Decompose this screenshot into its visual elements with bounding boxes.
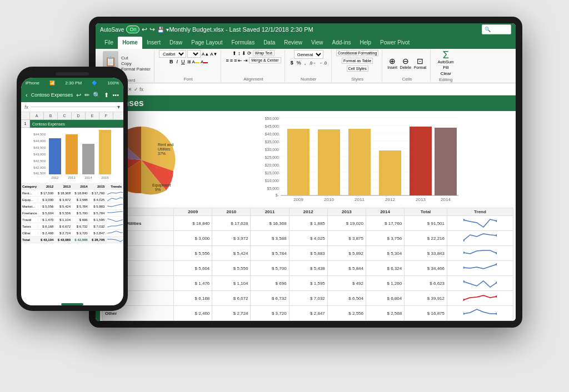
percent-button[interactable]: % — [296, 60, 302, 66]
svg-point-18 — [496, 263, 497, 265]
phone-search-button[interactable]: 🔍 — [93, 92, 101, 99]
tab-view[interactable]: View — [307, 37, 328, 49]
phone-undo-button[interactable]: ↩ — [76, 92, 81, 99]
cell-2013-rent: $ 19,020 — [327, 216, 366, 231]
font-family-select[interactable]: Calibri — [159, 50, 186, 58]
format-painter-button[interactable]: Format Painter — [121, 67, 151, 72]
phone-header-2012: 2012 — [38, 185, 56, 188]
autosave-toggle[interactable]: On — [126, 26, 139, 33]
search-box[interactable]: 🔍 Search — [482, 24, 511, 34]
charts-row: Categories — [100, 111, 516, 207]
insert-button[interactable]: ⊕ Insert — [387, 56, 398, 70]
phone-status-bar: iPhone 📶 2:30 PM 🔷 100% — [21, 78, 123, 88]
clear-button[interactable]: Clear — [441, 71, 451, 76]
align-left-button[interactable]: ≡ — [226, 58, 228, 63]
cell-2011-marketing: $ 6,732 — [251, 291, 289, 306]
cell-total-food: $ 22,216 — [405, 231, 447, 246]
y-label-5: $30,000 — [265, 148, 279, 152]
tab-power-pivot[interactable]: Power Pivot — [376, 37, 414, 49]
align-top-button[interactable]: ⬆ — [232, 51, 237, 56]
svg-point-24 — [496, 313, 497, 315]
bold-button[interactable]: B — [168, 59, 174, 64]
align-middle-button[interactable]: ↕ — [238, 51, 241, 56]
phone-share-button[interactable]: ⬆ — [104, 92, 109, 99]
italic-button[interactable]: I — [176, 59, 179, 64]
search-label: Search — [492, 27, 508, 32]
wrap-text-button[interactable]: Wrap Text — [253, 50, 274, 56]
tab-review[interactable]: Review — [279, 37, 307, 49]
delete-button[interactable]: ⊖ Delete — [400, 56, 412, 70]
tablet-screen: AutoSave On ↩ ↪ 💾 ▾ Monthly Budget.xlsx … — [96, 23, 516, 321]
increase-font-icon[interactable]: A▲ — [202, 52, 209, 57]
y-label-11: $- — [276, 193, 279, 197]
format-button[interactable]: ⊡ Format — [413, 56, 427, 70]
phone-back-button[interactable]: ‹ — [26, 92, 28, 98]
tab-draw[interactable]: Draw — [165, 37, 187, 49]
tab-insert[interactable]: Insert — [142, 37, 165, 49]
font-color-icon[interactable]: A — [201, 59, 208, 64]
undo-icon[interactable]: ↩ — [142, 26, 147, 33]
phone-formula-input[interactable] — [31, 107, 117, 107]
bar-2012 — [379, 150, 401, 195]
cell-styles-button[interactable]: Cell Styles — [347, 66, 368, 72]
decrease-indent-button[interactable]: ⇤ — [238, 58, 242, 63]
border-button[interactable]: ⊞ — [187, 59, 191, 64]
number-format-select[interactable]: General — [294, 50, 323, 59]
copy-button[interactable]: Copy — [121, 61, 151, 66]
formula-input[interactable] — [146, 86, 513, 93]
autosum-icon: Σ — [443, 50, 449, 60]
cut-button[interactable]: Cut — [121, 56, 151, 61]
tab-file[interactable]: File — [100, 37, 118, 49]
decrease-decimal-button[interactable]: ←.0 — [318, 61, 328, 65]
cell-2011-rent: $ 16,368 — [251, 216, 289, 231]
editing-content: Σ AutoSum Fill Clear — [438, 50, 454, 76]
autosum-button[interactable]: Σ AutoSum — [438, 50, 454, 64]
ribbon-controls-right: 🔍 Search — [482, 24, 511, 34]
align-bottom-button[interactable]: ⬇ — [242, 51, 246, 56]
phone-list-item: Freelance $ 5,604 $ 5,556 $ 5,700 $ 5,78… — [21, 210, 123, 217]
orientation-button[interactable]: ⟳ — [247, 51, 252, 56]
phone-bar-2013 — [66, 134, 78, 174]
decrease-font-icon[interactable]: A▼ — [210, 52, 217, 57]
phone-cell-val: $ 3,720 — [72, 232, 89, 235]
fill-button[interactable]: Fill — [443, 65, 448, 70]
conditional-formatting-button[interactable]: Conditional Formatting — [336, 50, 378, 56]
increase-decimal-button[interactable]: .0→ — [308, 61, 317, 65]
delete-icon: ⊖ — [402, 57, 409, 66]
increase-indent-button[interactable]: ⇥ — [243, 58, 248, 63]
cell-2012-rent: $ 1,885 — [289, 216, 327, 231]
phone-y3: $43,500 — [33, 146, 46, 149]
merge-center-button[interactable]: Merge & Center — [249, 57, 281, 63]
cells-label: Cells — [402, 77, 412, 82]
phone-header-2013: 2013 — [55, 185, 72, 188]
save-icon[interactable]: 💾 — [157, 27, 164, 33]
underline-button[interactable]: U — [180, 59, 186, 64]
font-size-select[interactable]: 11 — [187, 50, 201, 58]
phone-formula-chevron[interactable]: ▾ — [117, 104, 120, 110]
tab-data[interactable]: Data — [259, 37, 279, 49]
phone-cell-trend — [106, 197, 123, 203]
data-table: 2009 2010 2011 2012 2013 2014 Total Tren… — [102, 208, 513, 321]
tab-help[interactable]: Help — [355, 37, 376, 49]
comma-button[interactable]: , — [303, 60, 307, 66]
tab-page-layout[interactable]: Page Layout — [187, 37, 227, 49]
phone-row-1: 1 Contoso Expenses — [21, 120, 123, 128]
align-center-button[interactable]: ≡ — [230, 58, 233, 63]
phone-col-a: A — [30, 112, 44, 119]
cell-2009-freelance: $ 5,604 — [174, 261, 212, 276]
th-2011: 2011 — [251, 208, 289, 216]
fill-color-icon[interactable]: A — [192, 59, 199, 64]
cell-2013-other: $ 2,556 — [327, 306, 366, 321]
currency-button[interactable]: $ — [290, 60, 295, 66]
tab-formulas[interactable]: Formulas — [227, 37, 259, 49]
phone-insert-button[interactable]: ✏ — [84, 92, 89, 99]
phone-xlabel-2012: 2012 — [51, 176, 59, 179]
tab-addins[interactable]: Add-ins — [328, 37, 356, 49]
font-row-1: Calibri 11 A▲ A▼ — [159, 50, 218, 58]
format-table-button[interactable]: Format as Table — [342, 58, 373, 64]
phone-list-item: Other $ 2,460 $ 2,724 $ 3,720 $ 2,847 — [21, 230, 123, 237]
align-right-button[interactable]: ≡ — [234, 58, 237, 63]
phone-more-button[interactable]: ••• — [112, 92, 119, 99]
redo-icon[interactable]: ↪ — [149, 26, 155, 33]
tab-home[interactable]: Home — [118, 37, 142, 49]
